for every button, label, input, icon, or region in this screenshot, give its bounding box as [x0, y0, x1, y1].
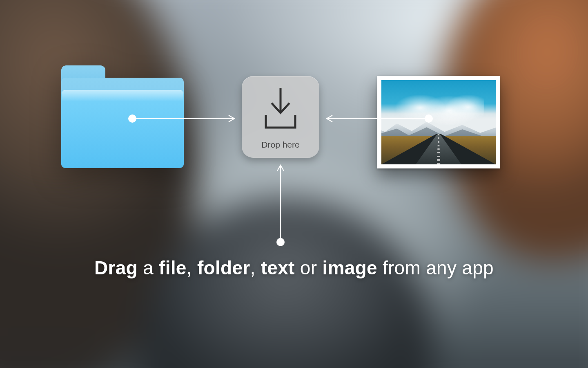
- caption-sep-4: or: [295, 257, 323, 278]
- caption-sep-1: a: [138, 257, 159, 278]
- instruction-caption: Drag a file, folder, text or image from …: [0, 257, 588, 279]
- caption-word-drag: Drag: [94, 257, 138, 278]
- caption-sep-3: ,: [250, 257, 261, 278]
- drop-target[interactable]: Drop here: [242, 76, 319, 158]
- onboarding-screen: Drop here: [0, 0, 588, 368]
- caption-sep-2: ,: [187, 257, 197, 278]
- caption-word-image: image: [322, 257, 377, 278]
- download-tray-icon: [258, 87, 303, 134]
- caption-word-folder: folder: [197, 257, 250, 278]
- caption-tail: from any app: [377, 257, 494, 278]
- photo-thumbnail-icon[interactable]: [377, 76, 500, 168]
- folder-icon[interactable]: [61, 65, 184, 168]
- drop-target-label: Drop here: [261, 140, 299, 150]
- caption-word-text: text: [261, 257, 295, 278]
- desktop-wallpaper: [0, 0, 588, 368]
- caption-word-file: file: [159, 257, 187, 278]
